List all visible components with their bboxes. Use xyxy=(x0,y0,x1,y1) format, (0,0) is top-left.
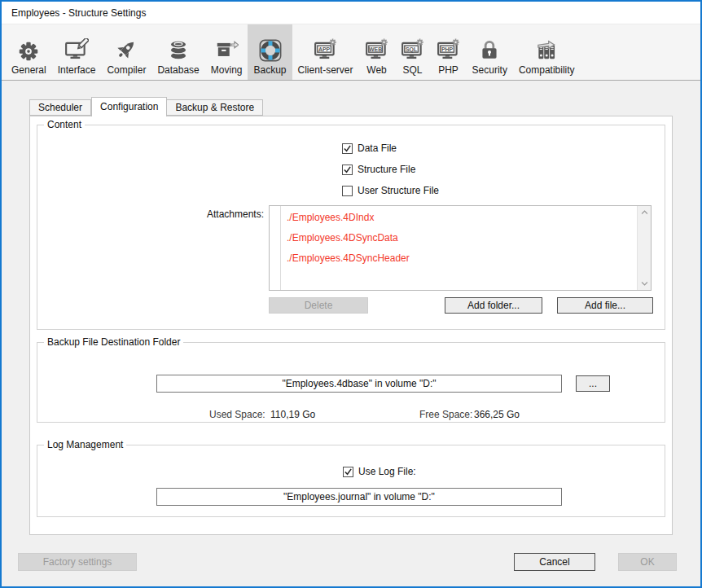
gear-icon xyxy=(16,38,41,63)
web-icon-text: WEB xyxy=(368,46,381,52)
scroll-up-icon[interactable] xyxy=(641,210,648,215)
toolbar-item-database[interactable]: Database xyxy=(151,24,204,80)
toolbar-item-label: SQL xyxy=(403,64,423,76)
toolbar-item-label: Security xyxy=(472,64,507,76)
checkbox-label: User Structure File xyxy=(358,185,439,196)
checkbox-label: Structure File xyxy=(358,164,415,175)
app-icon-text: APP xyxy=(318,46,330,52)
toolbar-item-label: Backup xyxy=(253,64,286,76)
toolbar-item-sql[interactable]: SQL SQL xyxy=(395,24,431,80)
database-icon xyxy=(166,38,191,63)
user-structure-file-checkbox[interactable]: User Structure File xyxy=(342,184,439,197)
toolbar-item-label: Moving xyxy=(211,64,243,76)
toolbar-item-label: Web xyxy=(366,64,386,76)
toolbar-item-label: Compatibility xyxy=(519,64,575,76)
delete-button: Delete xyxy=(269,297,368,314)
destination-path-field[interactable] xyxy=(156,375,562,393)
moving-box-icon xyxy=(214,38,239,63)
used-space-label: Used Space: xyxy=(209,409,265,420)
attachment-item[interactable]: ./Employees.4DSyncData xyxy=(282,228,636,248)
toolbar-item-php[interactable]: PHP PHP xyxy=(431,24,467,80)
use-log-file-checkbox[interactable]: Use Log File: xyxy=(343,465,416,478)
toolbar-item-label: Database xyxy=(157,64,199,76)
structure-file-checkbox[interactable]: Structure File xyxy=(342,163,415,176)
tab-strip: Scheduler Configuration Backup & Restore xyxy=(29,97,263,116)
checkbox-box xyxy=(342,186,353,196)
toolbar-item-compatibility[interactable]: Compatibility xyxy=(513,24,581,80)
destination-group-title: Backup File Destination Folder xyxy=(44,336,183,348)
ok-button: OK xyxy=(618,553,677,571)
tab-configuration[interactable]: Configuration xyxy=(91,97,167,116)
binders-arrow-icon xyxy=(534,38,559,63)
configuration-panel: Content Data File Structure File User St… xyxy=(29,116,673,535)
php-icon-text: PHP xyxy=(441,46,453,52)
cancel-button[interactable]: Cancel xyxy=(514,553,595,571)
toolbar-item-label: Interface xyxy=(58,64,96,76)
checkbox-label: Data File xyxy=(358,143,397,154)
add-file-button[interactable]: Add file... xyxy=(557,297,653,314)
add-folder-button[interactable]: Add folder... xyxy=(445,297,542,314)
destination-group: Backup File Destination Folder ... Used … xyxy=(37,342,665,423)
toolbar-item-client-server[interactable]: APP Client-server xyxy=(292,24,359,80)
checkbox-label: Use Log File: xyxy=(358,466,416,477)
monitor-pencil-icon xyxy=(64,38,89,63)
toolbar-item-web[interactable]: WEB Web xyxy=(359,24,395,80)
toolbar-item-compiler[interactable]: Compiler xyxy=(101,24,151,80)
free-space-value: 366,25 Go xyxy=(474,409,520,420)
attachment-item[interactable]: ./Employees.4DIndx xyxy=(282,208,636,228)
content-group-title: Content xyxy=(44,119,85,130)
lifebuoy-icon xyxy=(258,38,283,63)
attachments-listbox[interactable]: ./Employees.4DIndx ./Employees.4DSyncDat… xyxy=(269,205,652,291)
web-monitor-icon: WEB xyxy=(365,38,389,63)
tab-scheduler[interactable]: Scheduler xyxy=(29,99,91,116)
factory-settings-button: Factory settings xyxy=(18,553,137,571)
checkbox-box xyxy=(342,143,353,154)
padlock-icon xyxy=(477,38,502,63)
toolbar-item-security[interactable]: Security xyxy=(467,24,513,80)
toolbar-item-moving[interactable]: Moving xyxy=(205,24,248,80)
attachment-item[interactable]: ./Employees.4DSyncHeader xyxy=(282,248,636,269)
log-group: Log Management Use Log File: xyxy=(37,445,665,517)
app-monitor-icon: APP xyxy=(314,38,338,63)
browse-destination-button[interactable]: ... xyxy=(576,375,610,392)
checkbox-box xyxy=(343,467,353,477)
title-bar: Employees - Structure Settings xyxy=(2,2,700,24)
content-group: Content Data File Structure File User St… xyxy=(37,125,665,330)
toolbar-item-label: Compiler xyxy=(107,64,146,76)
toolbar-item-label: Client-server xyxy=(298,64,353,76)
listbox-row-header-column xyxy=(270,206,281,290)
tab-backup-restore[interactable]: Backup & Restore xyxy=(167,99,263,116)
settings-toolbar: General Interface xyxy=(2,24,700,81)
dialog-body: Scheduler Configuration Backup & Restore… xyxy=(2,81,700,586)
free-space-label: Free Space: xyxy=(419,409,472,420)
php-monitor-icon: PHP xyxy=(437,38,461,63)
checkbox-box xyxy=(342,165,353,175)
toolbar-item-backup[interactable]: Backup xyxy=(248,24,292,80)
listbox-scrollbar[interactable] xyxy=(637,206,651,290)
structure-settings-window: Employees - Structure Settings General xyxy=(0,0,702,588)
used-space-value: 110,19 Go xyxy=(270,409,315,420)
log-group-title: Log Management xyxy=(44,439,126,450)
sql-monitor-icon: SQL xyxy=(401,38,425,63)
attachments-rows: ./Employees.4DIndx ./Employees.4DSyncDat… xyxy=(282,208,636,269)
toolbar-item-general[interactable]: General xyxy=(6,24,52,80)
toolbar-item-label: PHP xyxy=(438,64,458,76)
rocket-icon xyxy=(114,38,138,63)
scroll-down-icon[interactable] xyxy=(641,281,648,286)
toolbar-item-interface[interactable]: Interface xyxy=(52,24,102,80)
window-title: Employees - Structure Settings xyxy=(11,7,146,19)
attachments-label: Attachments: xyxy=(168,208,264,220)
toolbar-item-label: General xyxy=(11,64,46,76)
sql-icon-text: SQL xyxy=(405,46,417,53)
log-path-field[interactable] xyxy=(156,488,562,506)
data-file-checkbox[interactable]: Data File xyxy=(342,142,397,155)
